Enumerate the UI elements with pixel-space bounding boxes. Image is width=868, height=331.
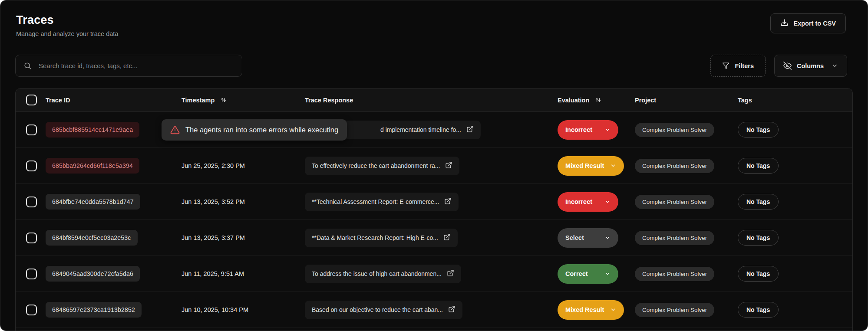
- project-badge: Complex Problem Solver: [635, 123, 714, 137]
- trace-response-pill[interactable]: **Data & Market Research Report: High E-…: [305, 229, 458, 247]
- filters-button[interactable]: Filters: [710, 55, 766, 77]
- table-row: 685bba9264cd66f118e5a394 Jun 25, 2025, 2…: [16, 148, 852, 184]
- tags-badge: No Tags: [738, 230, 779, 246]
- page-title: Traces: [16, 13, 118, 27]
- chevron-down-icon: [832, 62, 838, 69]
- timestamp-text: Jun 10, 2025, 10:34 PM: [182, 306, 248, 313]
- external-link-icon: [444, 197, 452, 206]
- trace-id-pill[interactable]: 685bcbf885514ec1471e9aea: [46, 122, 139, 138]
- eye-off-icon: [783, 62, 792, 70]
- error-tooltip-text: The agents ran into some errors while ex…: [185, 126, 338, 134]
- timestamp-text: Jun 13, 2025, 3:37 PM: [182, 234, 245, 241]
- trace-response-text: **Data & Market Research Report: High E-…: [312, 234, 438, 241]
- row-checkbox[interactable]: [26, 233, 37, 243]
- trace-response-pill[interactable]: **Technical Assessment Report: E-commerc…: [305, 193, 459, 211]
- search-icon: [23, 62, 32, 70]
- export-csv-button[interactable]: Export to CSV: [770, 13, 846, 33]
- header-tags: Tags: [738, 97, 752, 104]
- filters-label: Filters: [735, 62, 754, 69]
- trace-response-text: To effectively reduce the cart abandonme…: [312, 162, 440, 169]
- evaluation-label: Correct: [565, 270, 588, 277]
- header-trace-response: Trace Response: [305, 97, 353, 104]
- page-subtitle: Manage and analyze your trace data: [16, 30, 118, 37]
- header-timestamp: Timestamp: [182, 97, 215, 104]
- trace-response-pill[interactable]: To address the issue of high cart abando…: [305, 265, 461, 283]
- table-row: 684bfbe74e0dda5578b1d747 Jun 13, 2025, 3…: [16, 184, 852, 220]
- trace-id-pill[interactable]: 68486597e2373ca1913b2852: [46, 302, 142, 318]
- table-header-row: Trace ID Timestamp Trace Response Evalua…: [16, 88, 852, 112]
- trace-response-pill[interactable]: Based on our objective to reduce the car…: [305, 301, 462, 319]
- table-row: 68486597e2373ca1913b2852 Jun 10, 2025, 1…: [16, 292, 852, 328]
- select-all-checkbox[interactable]: [26, 95, 37, 105]
- evaluation-label: Mixed Result: [565, 306, 604, 313]
- evaluation-label: Incorrect: [565, 126, 592, 133]
- traces-page: Traces Manage and analyze your trace dat…: [0, 0, 868, 331]
- row-checkbox[interactable]: [26, 269, 37, 279]
- chevron-down-icon: [604, 235, 611, 241]
- page-header: Traces Manage and analyze your trace dat…: [0, 0, 868, 37]
- trace-id-pill[interactable]: 684bfbe74e0dda5578b1d747: [46, 194, 140, 210]
- trace-response-text: **Technical Assessment Report: E-commerc…: [312, 198, 439, 205]
- timestamp-text: Jun 13, 2025, 3:52 PM: [182, 198, 245, 205]
- row-checkbox[interactable]: [26, 161, 37, 171]
- chevron-down-icon: [610, 307, 616, 313]
- project-badge: Complex Problem Solver: [635, 303, 714, 317]
- row-checkbox[interactable]: [26, 305, 37, 315]
- filter-funnel-icon: [722, 62, 729, 69]
- tags-badge: No Tags: [738, 194, 779, 210]
- row-checkbox[interactable]: [26, 197, 37, 207]
- header-trace-id: Trace ID: [46, 97, 70, 104]
- tags-badge: No Tags: [738, 122, 779, 138]
- evaluation-badge[interactable]: Mixed Result: [558, 300, 624, 320]
- chevron-down-icon: [604, 271, 611, 277]
- header-project: Project: [635, 97, 656, 104]
- evaluation-badge[interactable]: Incorrect: [558, 120, 618, 140]
- trace-id-pill[interactable]: 684bf8594e0cf5ec03a2e53c: [46, 230, 138, 246]
- search-input[interactable]: [38, 62, 234, 70]
- columns-button[interactable]: Columns: [774, 55, 847, 77]
- row-checkbox[interactable]: [26, 125, 37, 135]
- columns-label: Columns: [797, 62, 824, 69]
- evaluation-badge[interactable]: Incorrect: [558, 192, 618, 212]
- evaluation-badge[interactable]: Mixed Result: [558, 156, 624, 176]
- header-evaluation: Evaluation: [558, 97, 589, 104]
- evaluation-label: Incorrect: [565, 198, 592, 205]
- table-body: 685bcbf885514ec1471e9aea d implementatio…: [16, 112, 852, 328]
- external-link-icon: [448, 305, 455, 314]
- tags-badge: No Tags: [738, 158, 779, 174]
- table-row: 685bcbf885514ec1471e9aea d implementatio…: [16, 112, 852, 148]
- table-row: 6849045aad300de72cfa5da6 Jun 11, 2025, 9…: [16, 256, 852, 292]
- trace-id-pill[interactable]: 685bba9264cd66f118e5a394: [46, 158, 139, 174]
- download-icon: [780, 19, 789, 28]
- trace-response-pill[interactable]: To effectively reduce the cart abandonme…: [305, 157, 459, 175]
- evaluation-badge[interactable]: Correct: [558, 264, 618, 284]
- error-tooltip: The agents ran into some errors while ex…: [162, 119, 347, 141]
- evaluation-label: Mixed Result: [565, 162, 604, 169]
- tags-badge: No Tags: [738, 266, 779, 282]
- external-link-icon: [443, 233, 451, 242]
- table-controls: Filters Columns: [710, 55, 847, 77]
- trace-response-text: Based on our objective to reduce the car…: [312, 306, 443, 313]
- evaluation-badge[interactable]: Select: [558, 228, 618, 248]
- trace-response-text: To address the issue of high cart abando…: [312, 270, 442, 277]
- external-link-icon: [445, 161, 452, 170]
- trace-id-pill[interactable]: 6849045aad300de72cfa5da6: [46, 266, 140, 282]
- chevron-down-icon: [604, 127, 611, 133]
- project-badge: Complex Problem Solver: [635, 231, 714, 245]
- warning-triangle-icon: [170, 125, 180, 135]
- chevron-down-icon: [604, 199, 611, 205]
- project-badge: Complex Problem Solver: [635, 267, 714, 281]
- timestamp-text: Jun 25, 2025, 2:30 PM: [182, 162, 245, 169]
- tags-badge: No Tags: [738, 302, 779, 318]
- table-row: 684bf8594e0cf5ec03a2e53c Jun 13, 2025, 3…: [16, 220, 852, 256]
- page-title-block: Traces Manage and analyze your trace dat…: [16, 13, 118, 37]
- project-badge: Complex Problem Solver: [635, 159, 714, 173]
- timestamp-text: Jun 11, 2025, 9:51 AM: [182, 270, 244, 277]
- export-csv-label: Export to CSV: [794, 20, 836, 27]
- search-box: [15, 55, 242, 77]
- evaluation-label: Select: [565, 234, 584, 241]
- sort-evaluation-icon[interactable]: [594, 96, 602, 104]
- traces-table: Trace ID Timestamp Trace Response Evalua…: [15, 88, 853, 331]
- chevron-down-icon: [610, 163, 616, 169]
- sort-timestamp-icon[interactable]: [220, 96, 227, 104]
